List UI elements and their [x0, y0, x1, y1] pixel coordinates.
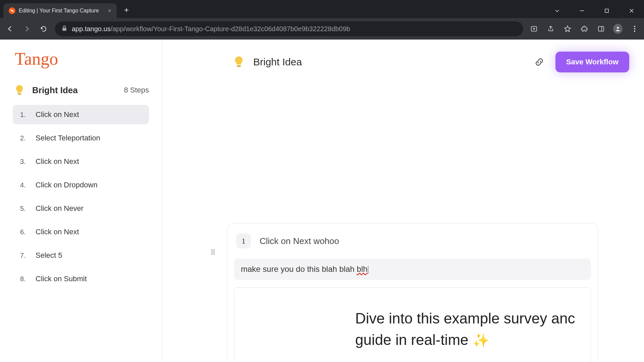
lightbulb-icon — [232, 55, 246, 69]
content-area: 1 Click on Next wohoo make sure you do t… — [162, 76, 644, 362]
svg-rect-10 — [18, 93, 21, 95]
step-note-input[interactable]: make sure you do this blah blah blh — [234, 258, 591, 280]
step-number: 6. — [20, 228, 27, 236]
step-label: Click on Submit — [36, 275, 87, 283]
text-cursor — [368, 266, 368, 274]
step-number-badge: 1 — [236, 234, 251, 248]
step-number: 3. — [20, 158, 27, 166]
browser-tab[interactable]: Editing | Your First Tango Capture × — [3, 3, 117, 18]
logo[interactable]: Tango — [13, 49, 149, 69]
screenshot-text-line1: Dive into this example survey anc — [355, 308, 577, 329]
sidebar-step-item[interactable]: 2.Select Teleportation — [13, 128, 149, 148]
drag-handle-icon[interactable] — [210, 249, 216, 255]
toolbar-right — [529, 24, 639, 34]
step-card-header: 1 Click on Next wohoo — [231, 234, 594, 248]
note-misspell: blh — [357, 264, 368, 274]
main-panel: Bright Idea Save Workflow 1 Click on Nex… — [162, 40, 644, 362]
kebab-menu-icon[interactable] — [630, 24, 639, 34]
bookmark-star-icon[interactable] — [563, 24, 572, 34]
close-icon[interactable]: × — [108, 7, 111, 14]
sidepanel-icon[interactable] — [596, 24, 606, 34]
sidebar-step-item[interactable]: 7.Select 5 — [13, 246, 149, 265]
lock-icon — [62, 25, 67, 33]
address-bar-row: app.tango.us/app/workflow/Your-First-Tan… — [0, 18, 644, 40]
step-label: Select 5 — [36, 251, 62, 260]
step-number: 7. — [20, 252, 27, 259]
window-close-icon[interactable] — [626, 5, 637, 16]
link-icon[interactable] — [533, 55, 546, 69]
svg-rect-11 — [237, 65, 240, 67]
lightbulb-icon — [13, 84, 25, 96]
note-text: make sure you do this blah blah — [241, 264, 357, 274]
sidebar-step-item[interactable]: 5.Click on Never — [13, 199, 149, 218]
svg-point-6 — [617, 27, 619, 29]
workflow-header: Bright Idea 8 Steps — [13, 84, 149, 96]
window-controls — [551, 3, 641, 18]
minimize-icon[interactable] — [576, 5, 588, 16]
save-workflow-button[interactable]: Save Workflow — [555, 52, 629, 72]
step-count: 8 Steps — [124, 86, 149, 95]
screenshot-text-line2: guide in real-time ✨ — [355, 329, 577, 351]
forward-icon — [21, 23, 32, 34]
step-number: 4. — [20, 181, 27, 189]
sidebar-step-item[interactable]: 1.Click on Next — [13, 105, 149, 124]
step-title[interactable]: Click on Next wohoo — [260, 236, 339, 246]
sidebar-step-item[interactable]: 8.Click on Submit — [13, 269, 149, 289]
browser-chrome: Editing | Your First Tango Capture × + — [0, 0, 644, 40]
svg-rect-4 — [598, 26, 604, 31]
svg-rect-1 — [605, 9, 608, 12]
step-number: 2. — [20, 134, 27, 142]
svg-rect-2 — [62, 28, 66, 31]
sidebar-step-item[interactable]: 4.Click on Dropdown — [13, 175, 149, 195]
svg-point-7 — [634, 26, 635, 27]
step-label: Click on Next — [36, 228, 79, 236]
main-header: Bright Idea Save Workflow — [162, 40, 644, 76]
step-list: 1.Click on Next2.Select Teleportation3.C… — [13, 105, 149, 289]
workflow-name[interactable]: Bright Idea — [32, 85, 78, 96]
back-icon[interactable] — [5, 23, 15, 34]
install-app-icon[interactable] — [529, 24, 539, 34]
svg-point-9 — [634, 31, 635, 32]
chevron-down-icon[interactable] — [551, 5, 563, 16]
svg-point-13 — [213, 249, 215, 251]
new-tab-button[interactable]: + — [124, 5, 129, 15]
svg-point-8 — [634, 28, 635, 29]
step-card: 1 Click on Next wohoo make sure you do t… — [227, 223, 598, 362]
tab-favicon — [9, 7, 15, 14]
sidebar-step-item[interactable]: 6.Click on Next — [13, 222, 149, 242]
sparkle-icon: ✨ — [473, 333, 489, 348]
step-label: Click on Next — [36, 157, 79, 166]
page-title[interactable]: Bright Idea — [253, 56, 302, 68]
svg-point-17 — [213, 253, 215, 255]
step-label: Click on Next — [36, 110, 79, 119]
share-icon[interactable] — [546, 24, 555, 34]
svg-point-14 — [211, 251, 213, 253]
profile-avatar-icon[interactable] — [613, 24, 623, 34]
step-number: 1. — [20, 111, 27, 119]
svg-point-15 — [213, 251, 215, 253]
sidebar-step-item[interactable]: 3.Click on Next — [13, 152, 149, 171]
step-label: Click on Never — [36, 204, 84, 213]
app-root: Tango Bright Idea 8 Steps 1.Click on Nex… — [0, 40, 644, 362]
step-label: Select Teleportation — [36, 134, 100, 142]
tab-bar: Editing | Your First Tango Capture × + — [0, 0, 644, 18]
step-label: Click on Dropdown — [36, 181, 98, 189]
step-number: 5. — [20, 205, 27, 213]
maximize-icon[interactable] — [601, 5, 612, 16]
svg-point-16 — [211, 253, 213, 255]
tab-title: Editing | Your First Tango Capture — [19, 8, 102, 14]
extensions-icon[interactable] — [580, 24, 589, 34]
step-number: 8. — [20, 275, 27, 283]
sidebar: Tango Bright Idea 8 Steps 1.Click on Nex… — [0, 40, 162, 362]
step-screenshot[interactable]: Dive into this example survey anc guide … — [234, 287, 591, 362]
url-field[interactable]: app.tango.us/app/workflow/Your-First-Tan… — [55, 21, 523, 36]
svg-point-12 — [211, 249, 213, 251]
url-text: app.tango.us/app/workflow/Your-First-Tan… — [72, 25, 350, 33]
reload-icon[interactable] — [38, 23, 49, 34]
